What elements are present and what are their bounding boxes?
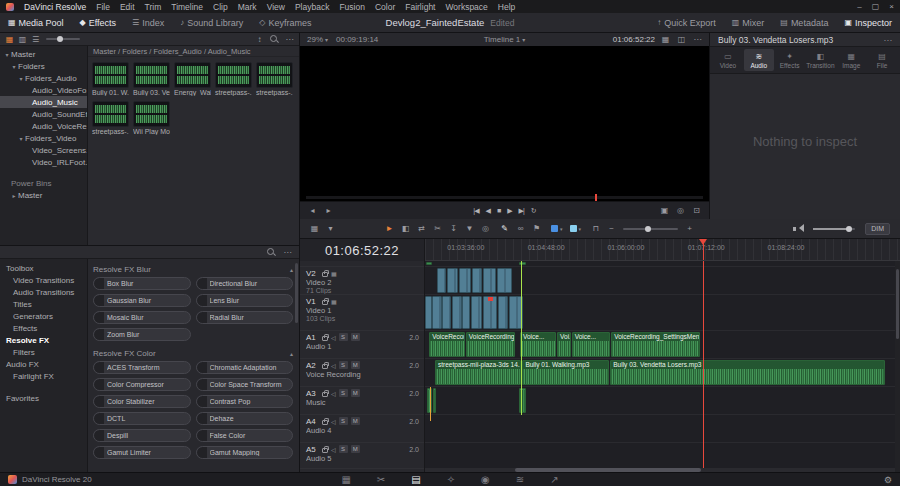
track-header-a2[interactable]: A2◁SM2.0Voice Recording (300, 359, 424, 387)
track-lock-icon[interactable] (322, 336, 328, 341)
maximize-icon[interactable]: ▢ (872, 2, 880, 11)
timeline-zoom-slider[interactable] (623, 228, 678, 230)
menu-view[interactable]: View (262, 2, 290, 12)
effect-false-color[interactable]: False Color (196, 429, 294, 442)
menu-file[interactable]: File (91, 2, 115, 12)
effects-category-favorites[interactable]: Favorites (0, 392, 87, 404)
media-clip-streetpass[interactable]: streetpass-... (92, 101, 129, 135)
track-id[interactable]: V1 (306, 297, 319, 306)
disclosure-icon[interactable]: ▾ (17, 135, 25, 142)
more-icon[interactable]: ⋯ (283, 248, 292, 257)
effects-scrollbar[interactable] (295, 263, 298, 323)
disclosure-icon[interactable]: ▸ (10, 192, 18, 199)
viewer-scrub-bar[interactable] (306, 196, 703, 199)
timeline-clip-voicerecording[interactable]: VoiceRecording_... (466, 332, 515, 357)
timeline-clip[interactable] (432, 296, 442, 329)
flag-color-button[interactable]: ▾ (551, 225, 563, 232)
effects-category-video-transitions[interactable]: Video Transitions (0, 274, 87, 286)
menu-playback[interactable]: Playback (290, 2, 335, 12)
display-options-icon[interactable]: ▦ (661, 35, 670, 44)
bin-master[interactable]: ▾Master (0, 48, 87, 60)
disclosure-icon[interactable]: ▾ (17, 75, 25, 82)
timeline-clip[interactable] (472, 268, 482, 293)
more-icon[interactable]: ⋯ (693, 35, 702, 44)
trim-edit-mode-icon[interactable]: ◧ (401, 224, 410, 233)
track-speaker-icon[interactable]: ◁ (331, 390, 336, 397)
track-header-a4[interactable]: A4◁SM2.0Audio 4 (300, 415, 424, 443)
menu-davinci-resolve[interactable]: DaVinci Resolve (19, 2, 91, 12)
timeline-clip[interactable] (498, 296, 508, 329)
more-icon[interactable]: ⋯ (285, 35, 294, 44)
timeline-clip[interactable] (433, 388, 436, 413)
timeline-ruler[interactable]: 01:03:36:0001:04:48:0001:06:00:0001:07:1… (425, 239, 900, 261)
effect-radial-blur[interactable]: Radial Blur (196, 311, 294, 324)
overwrite-clip-icon[interactable]: ▼ (465, 224, 474, 233)
keyframes-button[interactable]: ◇Keyframes (251, 13, 319, 32)
mute-button[interactable]: M (351, 361, 360, 369)
bin-power-bins[interactable]: Power Bins (0, 177, 87, 189)
menu-workspace[interactable]: Workspace (440, 2, 492, 12)
media-clip-bully-03-ve[interactable]: Bully 03. Ve... (133, 62, 170, 96)
track-id[interactable]: A1 (306, 333, 319, 342)
viewer-zoom-select[interactable]: 29% (307, 35, 328, 44)
menu-timeline[interactable]: Timeline (166, 2, 208, 12)
track-lane-a2[interactable]: streetpass-mii-plaza-3ds 14...Bully 01. … (425, 359, 900, 387)
track-id[interactable]: A3 (306, 389, 319, 398)
cut-page-button[interactable]: ✂ (377, 474, 385, 485)
mute-button[interactable]: M (351, 389, 360, 397)
bin-folders-audio[interactable]: ▾Folders_Audio (0, 72, 87, 84)
search-icon[interactable] (270, 35, 279, 44)
expand-viewer-icon[interactable]: ⊡ (692, 206, 701, 215)
media-clip-streetpass[interactable]: streetpass-... (215, 62, 252, 96)
bin-audio-soundef[interactable]: Audio_SoundEf... (0, 108, 87, 120)
timeline-clip[interactable] (425, 296, 432, 329)
track-lane-a5[interactable] (425, 443, 900, 469)
speaker-icon[interactable] (793, 224, 803, 233)
edit-page-button[interactable]: ▤ (411, 474, 420, 485)
insert-clip-icon[interactable]: ↧ (449, 224, 458, 233)
dim-button[interactable]: DIM (865, 223, 890, 235)
effect-despill[interactable]: Despill (93, 429, 191, 442)
media-clip-bully-01-w[interactable]: Bully 01. W... (92, 62, 129, 96)
menu-fairlight[interactable]: Fairlight (400, 2, 440, 12)
collapse-icon[interactable]: ▴ (290, 266, 293, 273)
timeline-playhead[interactable] (703, 261, 704, 472)
close-icon[interactable]: × (889, 2, 894, 11)
solo-button[interactable]: S (339, 333, 348, 341)
track-lock-icon[interactable] (322, 420, 328, 425)
track-lock-icon[interactable] (322, 364, 328, 369)
unused-take-icon[interactable]: ◎ (676, 206, 685, 215)
track-enable-icon[interactable]: ▦ (331, 270, 337, 277)
solo-button[interactable]: S (339, 361, 348, 369)
search-icon[interactable] (267, 248, 276, 257)
timeline-clip[interactable] (483, 268, 496, 293)
color-page-button[interactable]: ◉ (481, 474, 490, 485)
minimize-icon[interactable]: – (857, 2, 861, 11)
bin-audio-videofo[interactable]: Audio_VideoFo... (0, 84, 87, 96)
timeline-vertical-scrollbar[interactable] (895, 261, 900, 472)
zoom-in-icon[interactable]: + (685, 224, 694, 233)
mixer-button[interactable]: ▥Mixer (724, 13, 773, 32)
play-button[interactable]: ▶ (507, 207, 511, 215)
play-reverse-button[interactable]: ◀ (486, 207, 490, 215)
track-speaker-icon[interactable]: ◁ (331, 334, 336, 341)
match-frame-icon[interactable]: ▣ (660, 206, 669, 215)
bin-video-screens[interactable]: Video_Screens... (0, 144, 87, 156)
bin-folders[interactable]: ▾Folders (0, 60, 87, 72)
timeline-clip[interactable] (452, 296, 462, 329)
timeline-horizontal-scrollbar[interactable] (515, 468, 700, 472)
selection-mode-icon[interactable]: ► (385, 224, 394, 233)
effect-mosaic-blur[interactable]: Mosaic Blur (93, 311, 191, 324)
bin-master[interactable]: ▸Master (0, 189, 87, 201)
effects-category-fairlight-fx[interactable]: Fairlight FX (0, 370, 87, 382)
slider-knob[interactable] (846, 226, 852, 232)
solo-button[interactable]: S (339, 417, 348, 425)
timeline-clip-bully-01-walking-mp3[interactable]: Bully 01. Walking.mp3 (522, 360, 609, 385)
track-header-v2[interactable]: V2▦Video 271 Clips (300, 267, 424, 295)
bin-audio-voicere[interactable]: Audio_VoiceRe... (0, 120, 87, 132)
effect-zoom-blur[interactable]: Zoom Blur (93, 328, 191, 341)
dynamic-trim-mode-icon[interactable]: ⇄ (417, 224, 426, 233)
track-lane-a4[interactable] (425, 415, 900, 443)
timeline-clip-voi[interactable]: Voi... (557, 332, 571, 357)
track-speaker-icon[interactable]: ◁ (331, 446, 336, 453)
